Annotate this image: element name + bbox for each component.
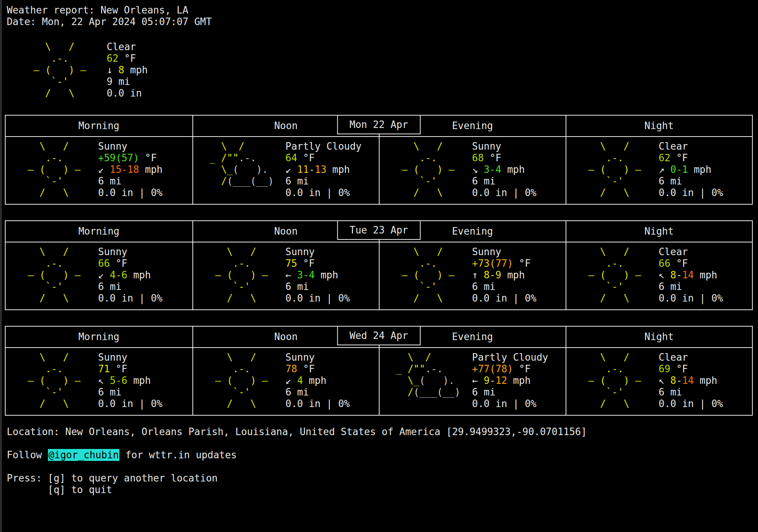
text-segment: 14 — [682, 375, 694, 386]
cell-info: Sunny+59(57) °F↙ 15-18 mph6 mi0.0 in | 0… — [98, 141, 162, 199]
art-line: \ / — [577, 141, 654, 152]
art-line: .-. — [577, 258, 654, 269]
forecast-days: Mon 22 AprMorningNoonEveningNight \ / .-… — [5, 115, 758, 416]
text-segment: mph — [315, 269, 338, 281]
cell-info: Sunny68 °F↘ 3-4 mph6 mi0.0 in | 0% — [472, 141, 536, 199]
text-segment: ― ( ) ― — [16, 269, 80, 281]
weather-detail-line: 9 mi — [107, 76, 148, 88]
text-segment: ― ( ) ― — [577, 269, 641, 281]
art-line: ― ( ) ― — [577, 269, 654, 281]
text-segment: / \ — [390, 293, 443, 304]
weather-detail-line: 6 mi — [472, 386, 548, 398]
text-segment: `-' — [22, 76, 69, 87]
art-line: ― ( ) ― — [577, 164, 654, 175]
art-line: .-. — [577, 363, 654, 375]
follow-line: Follow @igor_chubin for wttr.in updates — [7, 449, 758, 461]
text-segment: Clear — [107, 41, 136, 52]
text-segment: _ /"" — [204, 152, 239, 163]
text-segment: 3-4 — [297, 269, 315, 281]
weather-detail-line: ↖ 5-6 mph — [98, 375, 162, 386]
current-info: Clear62 °F↓ 8 mph9 mi0.0 in — [107, 41, 148, 99]
text-segment: / \ — [204, 398, 256, 409]
text-segment: Sunny — [472, 246, 501, 257]
text-segment: 6 mi — [472, 386, 496, 398]
text-segment: `-' — [204, 281, 250, 292]
text-segment: 0.0 in | 0% — [286, 398, 350, 409]
forecast-cell-morning: \ / .-. ― ( ) ― `-' / \Sunny+59(57) °F↙ … — [6, 137, 192, 204]
text-segment: ― ( ) ― — [204, 269, 268, 281]
text-segment: 69 — [659, 363, 670, 374]
weather-detail-line: Clear — [659, 141, 723, 152]
art-line: / \ — [577, 187, 654, 199]
text-segment: 6 mi — [659, 175, 682, 187]
day-section: Tue 23 AprMorningNoonEveningNight \ / .-… — [5, 220, 753, 310]
text-segment: 6 mi — [659, 386, 682, 398]
text-segment: \ / — [204, 141, 245, 152]
art-line: \ / — [577, 246, 654, 258]
text-segment: 6 mi — [472, 175, 496, 187]
text-segment: `-' — [16, 386, 63, 398]
text-segment: 5-6 — [110, 375, 127, 386]
text-segment: 6 mi — [98, 281, 122, 292]
art-line: ― ( ) ― — [22, 64, 98, 76]
text-segment: 6 mi — [286, 281, 309, 292]
art-line: \_( ). — [390, 375, 467, 386]
weather-detail-line: 62 °F — [107, 53, 148, 64]
text-segment: mph — [507, 375, 531, 386]
text-segment: / \ — [577, 398, 630, 409]
forecast-cell-morning: \ / .-. ― ( ) ― `-' / \Sunny71 °F↖ 5-6 m… — [6, 348, 192, 415]
art-line: ― ( ) ― — [390, 269, 467, 281]
art-line: `-' — [16, 281, 93, 293]
text-segment: 0.0 in | 0% — [472, 293, 536, 304]
text-segment: 0.0 in — [107, 88, 142, 99]
text-segment: 66 — [98, 258, 110, 269]
text-segment: ← — [286, 269, 297, 281]
text-segment: - — [676, 375, 682, 386]
forecast-cell-morning: \ / .-. ― ( ) ― `-' / \Sunny66 °F↙ 4-6 m… — [6, 242, 192, 309]
art-line: / \ — [577, 293, 654, 304]
weather-detail-line: ↙ 4 mph — [286, 375, 350, 386]
text-segment: \ / — [16, 141, 69, 152]
weather-detail-line: Clear — [107, 41, 148, 53]
text-segment: 0.0 in | 0% — [472, 187, 536, 198]
art-line: / \ — [16, 187, 93, 199]
weather-detail-line: 0.0 in | 0% — [286, 187, 362, 199]
art-line: `-' — [577, 281, 654, 293]
text-segment: 8 — [670, 375, 676, 386]
forecast-cell-row: \ / .-. ― ( ) ― `-' / \Sunny+59(57) °F↙ … — [6, 137, 752, 204]
text-segment: mph — [303, 375, 326, 386]
terminal-window: Weather report: New Orleans, LA Date: Mo… — [0, 0, 758, 496]
art-line: \ / — [22, 41, 98, 53]
weather-detail-line: +77(78) °F — [472, 363, 548, 375]
text-segment: 78) — [496, 363, 513, 374]
text-segment: \ / — [390, 352, 431, 363]
text-segment: 68 — [472, 152, 484, 163]
text-segment: °F — [297, 152, 315, 163]
weather-detail-line: 6 mi — [659, 281, 723, 293]
text-segment: .-. — [577, 152, 624, 163]
weather-detail-line: 6 mi — [472, 175, 536, 187]
art-line: ― ( ) ― — [204, 269, 280, 281]
weather-detail-line: 6 mi — [98, 281, 162, 293]
art-line: ― ( ) ― — [16, 164, 93, 175]
location-line: Location: New Orleans, Orleans Parish, L… — [7, 426, 758, 438]
text-segment: mph — [127, 375, 151, 386]
sunny-ascii-icon: \ / .-. ― ( ) ― `-' / \ — [380, 246, 467, 304]
text-segment: ↖ — [659, 269, 670, 281]
weather-detail-line: 78 °F — [286, 363, 350, 375]
text-segment: ― ( ) ― — [16, 164, 80, 175]
twitter-handle-link[interactable]: @igor_chubin — [48, 449, 120, 461]
text-segment: (___(__) — [227, 175, 274, 187]
text-segment: Clear — [659, 352, 688, 363]
text-segment: °F — [513, 363, 531, 374]
text-segment: ↓ — [107, 64, 118, 76]
text-segment: / \ — [577, 293, 630, 304]
art-line: \ / — [390, 141, 467, 152]
partly-cloudy-ascii-icon: \ / _ /"".-. \_( ). /(___(__) — [193, 141, 280, 187]
text-segment: 8 — [118, 64, 124, 76]
text-segment: ( ). — [419, 375, 454, 386]
weather-detail-line: Partly Cloudy — [286, 141, 362, 152]
weather-detail-line: 6 mi — [286, 386, 350, 398]
sunny-ascii-icon: \ / .-. ― ( ) ― `-' / \ — [22, 41, 98, 99]
text-segment: Sunny — [98, 352, 127, 363]
